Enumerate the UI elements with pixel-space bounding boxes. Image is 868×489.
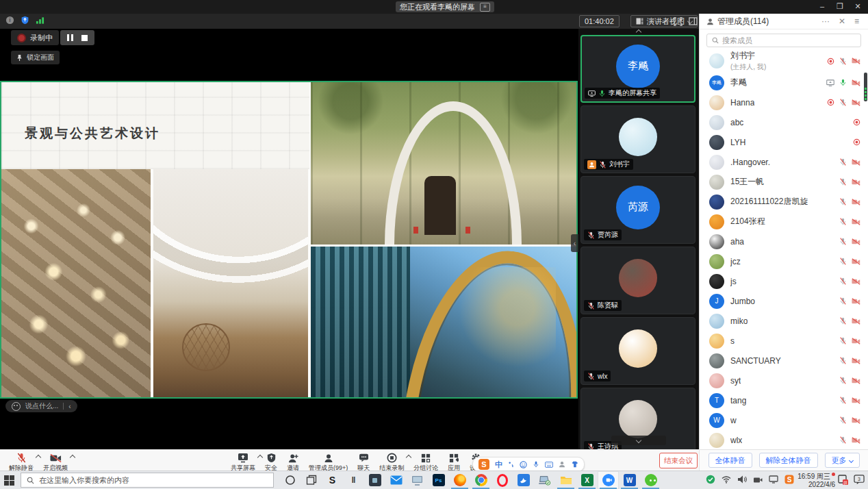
- cam-off-icon[interactable]: [852, 199, 860, 205]
- mic-off-icon[interactable]: [839, 99, 847, 106]
- mic-off-icon[interactable]: [839, 397, 847, 404]
- maximize-button[interactable]: ❒: [832, 0, 847, 14]
- layout-panel-icon[interactable]: [689, 17, 698, 25]
- start-video-chevron-icon[interactable]: [70, 455, 75, 460]
- taskbar-app-app-s[interactable]: S: [322, 471, 343, 489]
- taskbar-app-app-dark[interactable]: [364, 471, 385, 489]
- emoji-icon[interactable]: [12, 402, 21, 411]
- cam-off-icon[interactable]: [852, 79, 860, 86]
- taskbar-app-pc-manager[interactable]: [534, 471, 555, 489]
- taskbar-clock[interactable]: 16:59 周三 2022/4/6: [797, 473, 835, 488]
- member-row[interactable]: SANCTUARY: [700, 351, 868, 371]
- member-row[interactable]: s: [700, 331, 868, 351]
- member-row[interactable]: .Hangover.: [700, 152, 868, 172]
- member-row[interactable]: Hanna: [700, 92, 868, 112]
- scroll-thumbnails-up[interactable]: [578, 29, 699, 35]
- apps-button[interactable]: 应用: [443, 451, 465, 473]
- notifications-bubble-icon[interactable]: 3: [854, 475, 865, 485]
- shield-upgrade-icon[interactable]: [21, 16, 29, 25]
- member-row[interactable]: 15王一帆: [700, 172, 868, 192]
- manage-members-button[interactable]: 管理成员(99+): [304, 451, 353, 473]
- stop-recording-button[interactable]: 结束录制: [374, 451, 409, 473]
- member-row[interactable]: 202161111022唐凯旋: [700, 192, 868, 212]
- panel-scrollbar[interactable]: [864, 73, 867, 101]
- ime-person-icon[interactable]: [559, 461, 565, 468]
- mute-all-button[interactable]: 全体静音: [709, 453, 752, 468]
- mic-off-icon[interactable]: [839, 178, 847, 186]
- breakout-rooms-button[interactable]: 分组讨论: [409, 451, 443, 473]
- member-row[interactable]: abc: [700, 112, 868, 132]
- ime-skin-icon[interactable]: [571, 461, 578, 468]
- scroll-thumbnails-down[interactable]: [611, 436, 666, 445]
- tray-capture-icon[interactable]: [753, 476, 763, 484]
- ime-keyboard-icon[interactable]: [545, 462, 553, 468]
- ime-voice-icon[interactable]: [533, 461, 539, 468]
- invite-button[interactable]: 邀请: [282, 451, 304, 473]
- member-row[interactable]: js: [700, 271, 868, 291]
- close-button[interactable]: ✕: [850, 0, 865, 14]
- mic-off-icon[interactable]: [839, 416, 847, 424]
- video-thumbnail[interactable]: 王诗琪: [580, 388, 695, 455]
- cam-off-icon[interactable]: [852, 218, 860, 225]
- mic-off-icon[interactable]: [839, 337, 847, 344]
- taskbar-app-bird-app[interactable]: [513, 471, 534, 489]
- taskbar-search-box[interactable]: 在这里输入你要搜索的内容: [21, 473, 274, 488]
- member-row[interactable]: wlx: [700, 430, 868, 449]
- taskbar-app-app-bars[interactable]: ‖: [343, 471, 364, 489]
- member-row[interactable]: syt: [700, 371, 868, 390]
- member-row[interactable]: 2104张程: [700, 212, 868, 231]
- taskbar-app-meeting[interactable]: [598, 471, 619, 489]
- more-button[interactable]: 更多: [825, 453, 860, 468]
- video-thumbnail[interactable]: 李飚李飚的屏幕共享: [580, 35, 695, 103]
- info-icon[interactable]: i: [5, 16, 14, 25]
- end-meeting-button[interactable]: 结束会议: [659, 453, 698, 468]
- cam-off-icon[interactable]: [852, 377, 860, 384]
- cam-off-icon[interactable]: [852, 179, 860, 186]
- share-screen-button[interactable]: 共享屏幕: [226, 451, 260, 473]
- member-row[interactable]: 刘书宇(主持人, 我): [700, 49, 868, 73]
- taskbar-app-photoshop[interactable]: Ps: [428, 471, 449, 489]
- cam-off-icon[interactable]: [852, 238, 860, 245]
- taskbar-app-file-explorer[interactable]: [555, 471, 576, 489]
- ime-indicator-icon[interactable]: 拼: [838, 474, 849, 485]
- pin-screen-button[interactable]: 锁定画面: [11, 51, 60, 64]
- member-row[interactable]: Ttang: [700, 390, 868, 410]
- taskbar-app-remote-pc[interactable]: [407, 471, 428, 489]
- taskbar-app-excel[interactable]: X: [576, 471, 598, 489]
- view-mode-selector[interactable]: 演讲者视图: [630, 15, 698, 27]
- tray-network-icon[interactable]: [722, 475, 731, 484]
- chat-button[interactable]: 聊天: [353, 451, 374, 473]
- taskbar-app-firefox[interactable]: [449, 471, 470, 489]
- chat-placeholder[interactable]: 说点什么...: [25, 401, 58, 411]
- sogou-logo-icon[interactable]: S: [478, 459, 489, 470]
- minimize-button[interactable]: –: [815, 0, 830, 14]
- cam-off-icon[interactable]: [852, 397, 860, 404]
- mic-off-icon[interactable]: [839, 377, 847, 384]
- start-button[interactable]: [4, 475, 15, 486]
- mic-off-icon[interactable]: [839, 277, 847, 285]
- cam-off-icon[interactable]: [852, 278, 860, 285]
- member-row[interactable]: LYH: [700, 132, 868, 152]
- mic-off-icon[interactable]: [839, 436, 847, 444]
- ime-punctuation-icon[interactable]: [508, 461, 514, 468]
- stop-recording-button[interactable]: [81, 35, 88, 41]
- cam-off-icon[interactable]: [852, 99, 860, 106]
- cam-off-icon[interactable]: [852, 58, 860, 64]
- member-row[interactable]: aha: [700, 231, 868, 251]
- member-row[interactable]: JJumbo: [700, 291, 868, 311]
- member-row[interactable]: Ww: [700, 410, 868, 430]
- member-row[interactable]: 李飚李飚: [700, 73, 868, 92]
- switch-screen-icon[interactable]: ≡: [480, 3, 490, 12]
- mic-off-icon[interactable]: [839, 297, 847, 305]
- video-thumbnail[interactable]: 芮源贾芮源: [580, 176, 695, 244]
- start-video-button[interactable]: 开启视频: [38, 451, 73, 473]
- quick-chat-pill[interactable]: 说点什么... ‹: [5, 400, 77, 412]
- record-icon[interactable]: [853, 118, 860, 126]
- security-button[interactable]: 安全: [260, 451, 282, 473]
- share-icon[interactable]: [826, 79, 834, 87]
- cam-off-icon[interactable]: [852, 437, 860, 444]
- tray-sogou-icon[interactable]: S: [784, 475, 794, 484]
- record-icon[interactable]: [827, 99, 834, 106]
- panel-more-button[interactable]: ···: [819, 16, 832, 26]
- record-icon[interactable]: [827, 58, 834, 65]
